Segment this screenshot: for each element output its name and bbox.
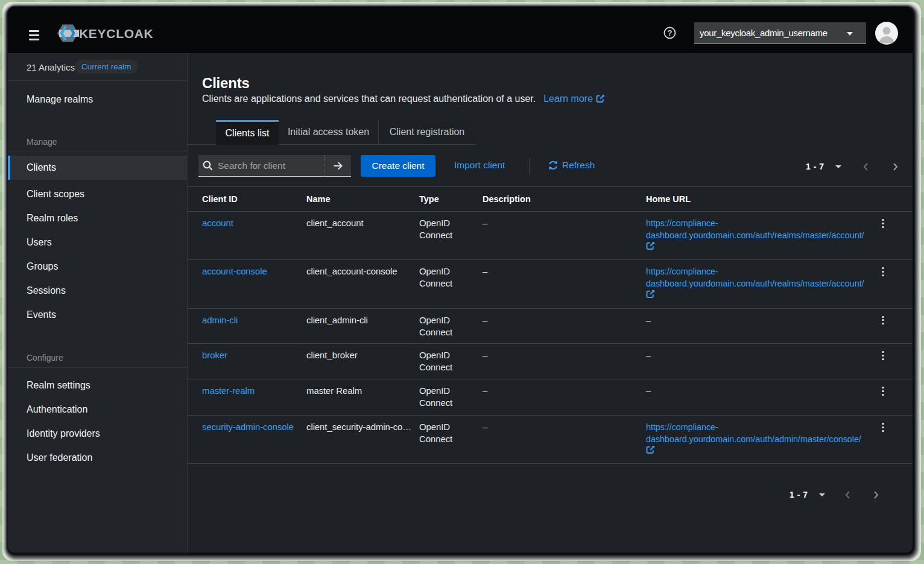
svg-text:?: ?	[668, 28, 672, 37]
svg-text:KEYCLOAK: KEYCLOAK	[79, 27, 153, 40]
